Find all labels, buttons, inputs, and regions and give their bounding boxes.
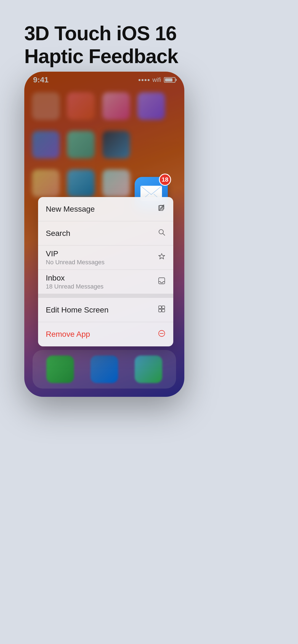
menu-item-search-title: Search: [46, 229, 70, 238]
menu-item-remove-app-title: Remove App: [46, 330, 90, 339]
menu-item-inbox-title: Inbox: [46, 273, 103, 283]
remove-app-icon: [158, 330, 166, 339]
context-menu: New Message Search: [38, 197, 173, 346]
vip-star-icon: [158, 253, 166, 262]
phone-frame: 9:41 wifi 18: [24, 72, 184, 397]
svg-rect-8: [159, 306, 161, 309]
menu-item-remove-app-left: Remove App: [46, 330, 90, 339]
new-message-icon: [158, 204, 166, 214]
page-title: 3D Touch iOS 16 Haptic Feedback: [24, 22, 178, 68]
menu-item-new-message-left: New Message: [46, 204, 95, 214]
menu-item-edit-home-screen-left: Edit Home Screen: [46, 305, 108, 315]
svg-line-5: [163, 233, 165, 235]
menu-item-search-left: Search: [46, 229, 70, 238]
edit-home-screen-icon: [158, 305, 166, 315]
menu-item-vip[interactable]: VIP No Unread Messages: [38, 246, 173, 270]
menu-item-edit-home-screen-title: Edit Home Screen: [46, 305, 108, 315]
menu-item-edit-home-screen[interactable]: Edit Home Screen: [38, 298, 173, 322]
svg-rect-11: [162, 309, 165, 312]
svg-rect-9: [162, 306, 165, 309]
svg-rect-10: [159, 309, 161, 312]
menu-item-vip-title: VIP: [46, 249, 105, 258]
search-icon: [158, 228, 166, 238]
notification-badge: 18: [159, 174, 171, 186]
menu-item-inbox[interactable]: Inbox 18 Unread Messages: [38, 270, 173, 294]
menu-item-inbox-left: Inbox 18 Unread Messages: [46, 273, 103, 290]
inbox-icon: [158, 277, 166, 287]
menu-item-remove-app[interactable]: Remove App: [38, 322, 173, 346]
menu-separator: [38, 294, 173, 298]
menu-item-new-message-title: New Message: [46, 204, 95, 214]
menu-item-vip-subtitle: No Unread Messages: [46, 259, 105, 266]
menu-item-search[interactable]: Search: [38, 221, 173, 246]
menu-item-inbox-subtitle: 18 Unread Messages: [46, 283, 103, 290]
menu-item-vip-left: VIP No Unread Messages: [46, 249, 105, 266]
svg-marker-6: [159, 254, 165, 259]
menu-item-new-message[interactable]: New Message: [38, 197, 173, 221]
